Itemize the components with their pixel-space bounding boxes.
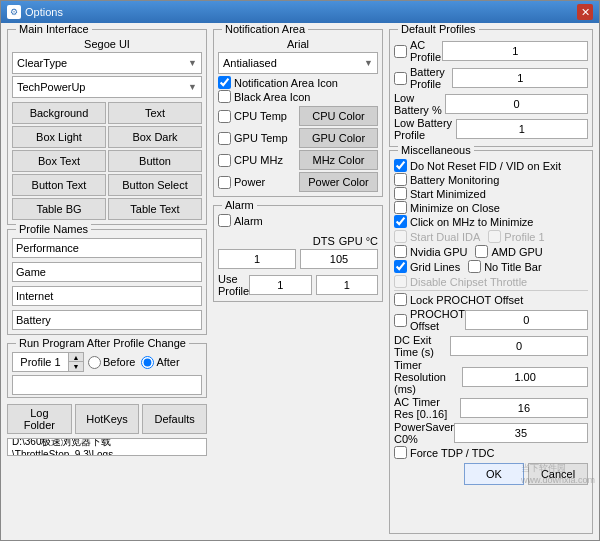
profile1-checkbox[interactable] [488, 230, 501, 243]
profile-spinner[interactable]: ▲ ▼ [12, 352, 84, 372]
battery-profile-checkbox[interactable] [394, 72, 407, 85]
amd-gpu-checkbox[interactable] [475, 245, 488, 258]
cpu-mhz-checkbox[interactable] [218, 154, 231, 167]
box-dark-button[interactable]: Box Dark [108, 126, 202, 148]
cpu-mhz-row: CPU MHz [218, 151, 297, 169]
profile-name-input-2[interactable] [12, 262, 202, 282]
table-bg-button[interactable]: Table BG [12, 198, 106, 220]
text-button[interactable]: Text [108, 102, 202, 124]
cpu-color-button[interactable]: CPU Color [299, 106, 378, 126]
cleartype-select[interactable]: ClearType ▼ [12, 52, 202, 74]
gpu-color-button[interactable]: GPU Color [299, 128, 378, 148]
miscellaneous-group: Miscellaneous Do Not Reset FID / VID on … [389, 150, 593, 534]
no-title-bar-checkbox[interactable] [468, 260, 481, 273]
notification-icon-row: Notification Area Icon [218, 76, 378, 89]
power-checkbox[interactable] [218, 176, 231, 189]
alarm-row: Alarm [218, 214, 378, 227]
timer-resolution-input[interactable] [462, 367, 588, 387]
table-text-button[interactable]: Table Text [108, 198, 202, 220]
disable-chipset-row: Disable Chipset Throttle [394, 275, 588, 288]
ac-profile-input[interactable] [442, 41, 588, 61]
chevron-down-icon: ▼ [188, 58, 197, 68]
run-program-controls: ▲ ▼ Before After [12, 352, 202, 372]
notification-area-icon-checkbox[interactable] [218, 76, 231, 89]
profile-spin-input[interactable] [13, 353, 68, 371]
right-panel: Default Profiles AC Profile Battery Prof… [389, 29, 593, 534]
miscellaneous-title: Miscellaneous [398, 144, 474, 156]
button-text-button[interactable]: Button Text [12, 174, 106, 196]
box-light-button[interactable]: Box Light [12, 126, 106, 148]
before-after-radio: Before After [88, 356, 180, 369]
defaults-button[interactable]: Defaults [142, 404, 207, 434]
battery-profile-input[interactable] [452, 68, 588, 88]
prochot-offset-checkbox[interactable] [394, 314, 407, 327]
dual-ida-row: Start Dual IDA Profile 1 [394, 229, 588, 244]
before-radio[interactable] [88, 356, 101, 369]
black-area-icon-checkbox[interactable] [218, 90, 231, 103]
cpu-temp-checkbox[interactable] [218, 110, 231, 123]
dts-input[interactable] [218, 249, 296, 269]
click-mhz-checkbox[interactable] [394, 215, 407, 228]
alarm-checkbox[interactable] [218, 214, 231, 227]
prochot-offset-input[interactable] [465, 310, 588, 330]
use-profile-input-2[interactable] [316, 275, 378, 295]
disable-chipset-checkbox[interactable] [394, 275, 407, 288]
start-minimized-checkbox[interactable] [394, 187, 407, 200]
run-program-title: Run Program After Profile Change [16, 337, 189, 349]
profile-name-input-3[interactable] [12, 286, 202, 306]
power-row: Power [218, 173, 297, 191]
power-saver-input[interactable] [454, 423, 588, 443]
ac-timer-res-input[interactable] [460, 398, 588, 418]
font-label: Segoe UI [12, 38, 202, 50]
box-text-button[interactable]: Box Text [12, 150, 106, 172]
dts-values: DTS GPU °C [313, 235, 378, 247]
antialiased-select[interactable]: Antialiased ▼ [218, 52, 378, 74]
sensor-buttons: CPU Temp CPU Color GPU Temp GPU Color CP… [218, 106, 378, 192]
mhz-color-button[interactable]: MHz Color [299, 150, 378, 170]
profile-name-input-1[interactable] [12, 238, 202, 258]
use-profile-input-1[interactable] [249, 275, 311, 295]
techpowerup-select[interactable]: TechPowerUp ▼ [12, 76, 202, 98]
default-profiles-content: AC Profile Battery Profile Low Battery % [394, 38, 588, 141]
cancel-button[interactable]: Cancel [528, 463, 588, 485]
before-radio-label[interactable]: Before [88, 356, 135, 369]
after-radio-label[interactable]: After [141, 356, 179, 369]
ok-button[interactable]: OK [464, 463, 524, 485]
run-program-input[interactable] [12, 375, 202, 395]
close-button[interactable]: ✕ [577, 4, 593, 20]
gpu-temp-checkbox[interactable] [218, 132, 231, 145]
nvidia-gpu-checkbox[interactable] [394, 245, 407, 258]
left-panel: Main Interface Segoe UI ClearType ▼ Tech… [7, 29, 207, 534]
dc-exit-time-input[interactable] [450, 336, 588, 356]
separator [394, 290, 588, 291]
button-select-button[interactable]: Button Select [108, 174, 202, 196]
force-tdp-checkbox[interactable] [394, 446, 407, 459]
dts-inputs [218, 249, 378, 269]
hotkeys-button[interactable]: HotKeys [75, 404, 140, 434]
button-button[interactable]: Button [108, 150, 202, 172]
after-radio[interactable] [141, 356, 154, 369]
do-not-reset-checkbox[interactable] [394, 159, 407, 172]
misc-content: Do Not Reset FID / VID on Exit Battery M… [394, 159, 588, 459]
start-dual-ida-checkbox[interactable] [394, 230, 407, 243]
gpu-temp-row: GPU Temp [218, 129, 297, 147]
minimize-on-close-checkbox[interactable] [394, 201, 407, 214]
middle-panel: Notification Area Arial Antialiased ▼ No… [213, 29, 383, 534]
low-battery-pct-input[interactable] [445, 94, 588, 114]
spin-down-button[interactable]: ▼ [69, 362, 83, 371]
force-tdp-row: Force TDP / TDC [394, 446, 588, 459]
lock-prochot-checkbox[interactable] [394, 293, 407, 306]
battery-monitoring-checkbox[interactable] [394, 173, 407, 186]
run-program-group: Run Program After Profile Change ▲ ▼ Bef… [7, 343, 207, 398]
timer-resolution-row: Timer Resolution (ms) [394, 359, 588, 395]
profile-name-input-4[interactable] [12, 310, 202, 330]
grid-lines-checkbox[interactable] [394, 260, 407, 273]
low-battery-profile-input[interactable] [456, 119, 588, 139]
ac-profile-checkbox[interactable] [394, 45, 407, 58]
spin-up-button[interactable]: ▲ [69, 353, 83, 362]
default-profiles-title: Default Profiles [398, 23, 479, 35]
power-color-button[interactable]: Power Color [299, 172, 378, 192]
background-button[interactable]: Background [12, 102, 106, 124]
gpu-c-input[interactable] [300, 249, 378, 269]
log-folder-button[interactable]: Log Folder [7, 404, 72, 434]
